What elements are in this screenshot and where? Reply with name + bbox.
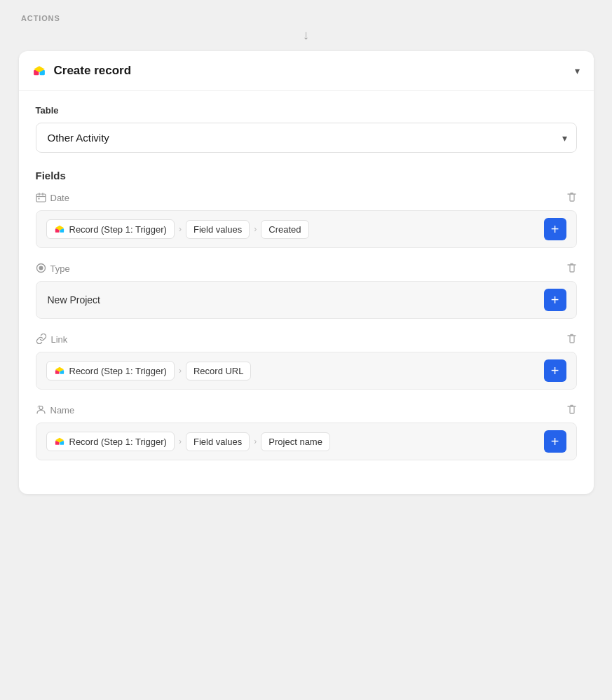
project-name-tag[interactable]: Project name: [261, 432, 330, 451]
field-header-date: Date: [36, 191, 577, 205]
plus-icon: +: [551, 364, 559, 378]
separator-icon-link: ›: [179, 366, 182, 376]
actions-label: ACTIONS: [21, 14, 60, 22]
name-delete-icon[interactable]: [566, 404, 577, 417]
svg-rect-7: [38, 198, 39, 199]
field-label-left-link: Link: [36, 334, 68, 346]
svg-point-12: [39, 266, 43, 270]
name-trigger-pill-text: Record (Step 1: Trigger): [69, 437, 167, 447]
type-delete-icon[interactable]: [566, 262, 577, 275]
link-delete-icon[interactable]: [566, 333, 577, 346]
calendar-icon: [36, 192, 46, 205]
card-header: Create record ▾: [19, 51, 594, 91]
separator-icon: ›: [179, 224, 182, 234]
card-body: Table Other Activity ▾ Fields: [19, 91, 594, 494]
type-field-value-row: New Project +: [36, 281, 577, 319]
table-select[interactable]: Other Activity: [36, 123, 577, 153]
card-header-left: Create record: [33, 64, 132, 78]
name-field-icon: [36, 404, 46, 417]
link-field-icon: [36, 334, 47, 346]
table-section-label: Table: [36, 105, 577, 116]
record-url-tag[interactable]: Record URL: [186, 362, 252, 380]
date-delete-icon[interactable]: [566, 191, 577, 205]
link-trigger-pill[interactable]: Record (Step 1: Trigger): [46, 361, 175, 380]
fields-section-label: Fields: [36, 170, 577, 181]
field-label-left-type: Type: [36, 263, 70, 275]
name-field-label: Name: [50, 405, 75, 416]
chevron-down-icon[interactable]: ▾: [575, 65, 580, 76]
date-trigger-pill[interactable]: Record (Step 1: Trigger): [46, 219, 175, 239]
type-field-icon: [36, 263, 46, 275]
date-add-button[interactable]: +: [544, 218, 566, 240]
type-field-text: New Project: [46, 291, 102, 308]
plus-icon: +: [551, 222, 559, 236]
field-header-type: Type: [36, 262, 577, 275]
field-header-link: Link: [36, 333, 577, 346]
page-container: ACTIONS ↓ Create record ▾ Table: [0, 0, 612, 700]
separator-icon-name: ›: [179, 437, 182, 446]
field-header-name: Name: [36, 404, 577, 417]
field-block-date: Date: [36, 191, 577, 248]
type-add-button[interactable]: +: [544, 289, 566, 311]
name-field-value-row: Record (Step 1: Trigger) › Field values …: [36, 423, 577, 460]
airtable-pill-icon-name: [54, 436, 65, 447]
field-label-left-date: Date: [36, 192, 69, 205]
link-add-button[interactable]: +: [544, 359, 566, 382]
date-field-values-tag[interactable]: Field values: [186, 220, 250, 239]
plus-icon: +: [551, 434, 559, 448]
field-block-type: Type New Project +: [36, 262, 577, 319]
date-field-value-row: Record (Step 1: Trigger) › Field values …: [36, 210, 577, 248]
airtable-pill-icon-link: [54, 365, 65, 376]
link-trigger-pill-text: Record (Step 1: Trigger): [69, 366, 167, 376]
airtable-logo-icon: [33, 64, 46, 77]
create-record-card: Create record ▾ Table Other Activity ▾ F…: [19, 51, 594, 494]
separator-icon-name-2: ›: [254, 437, 257, 446]
name-add-button[interactable]: +: [544, 430, 566, 453]
airtable-pill-icon: [54, 224, 65, 235]
field-block-name: Name: [36, 404, 577, 460]
separator-icon-2: ›: [254, 224, 257, 234]
card-title: Create record: [54, 64, 132, 78]
svg-point-16: [39, 406, 43, 409]
date-trigger-pill-text: Record (Step 1: Trigger): [69, 224, 167, 235]
name-trigger-pill[interactable]: Record (Step 1: Trigger): [46, 432, 175, 451]
field-block-link: Link: [36, 333, 577, 390]
plus-icon: +: [551, 293, 559, 307]
name-field-values-tag[interactable]: Field values: [186, 432, 250, 451]
svg-rect-3: [36, 194, 46, 202]
date-created-tag[interactable]: Created: [261, 220, 308, 239]
table-select-wrapper: Other Activity ▾: [36, 123, 577, 153]
fields-section: Fields: [36, 170, 577, 460]
date-field-label: Date: [50, 193, 69, 203]
svg-line-17: [38, 406, 39, 407]
link-field-value-row: Record (Step 1: Trigger) › Record URL +: [36, 352, 577, 390]
field-label-left-name: Name: [36, 404, 75, 417]
type-field-label: Type: [50, 263, 70, 274]
down-arrow-icon: ↓: [303, 28, 309, 43]
link-field-label: Link: [51, 334, 68, 345]
